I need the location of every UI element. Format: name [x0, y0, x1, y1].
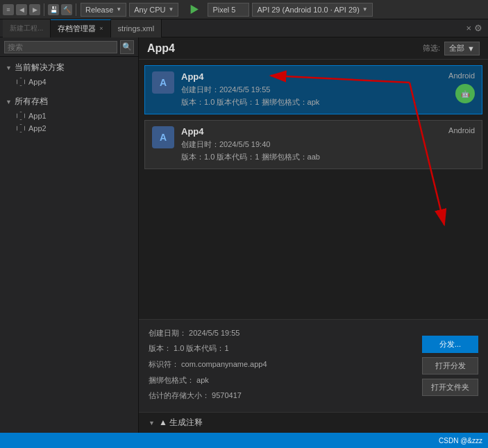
detail-actions: 分发... 打开分发 打开文件夹 — [422, 327, 478, 405]
all-archives-arrow-icon: ▼ — [6, 98, 12, 105]
sidebar-app1-label: App1 — [28, 112, 47, 120]
current-solution-section: ▼ 当前解决方案 App4 — [0, 57, 138, 91]
sidebar-app2-label: App2 — [28, 124, 47, 132]
api-label: API 29 (Android 10.0 · API 29) — [257, 6, 359, 14]
archive-1-info: App4 创建日时：2024/5/5 19:55 版本：1.0 版本代码：1 捆… — [181, 71, 441, 108]
app4-hex-icon — [17, 78, 25, 86]
cpu-dropdown[interactable]: Any CPU ▼ — [129, 3, 178, 17]
header-right: 筛选: 全部 ▼ — [423, 42, 480, 55]
search-button[interactable]: 🔍 — [120, 40, 134, 54]
detail-version-row: 版本： 1.0 版本代码：1 — [149, 342, 414, 355]
detail-date-value: 2024/5/5 19:55 — [189, 329, 239, 337]
save-icon[interactable]: 💾 — [48, 4, 59, 15]
detail-date-label: 创建日期： — [149, 329, 187, 337]
all-archives-header[interactable]: ▼ 所有存档 — [0, 94, 138, 110]
detail-size-label: 估计的存储大小： — [149, 391, 210, 399]
separator-2 — [76, 3, 76, 16]
generate-section[interactable]: ▼ ▲ 生成注释 — [139, 412, 488, 433]
api-arrow-icon: ▼ — [362, 6, 368, 12]
detail-version-label: 版本： — [149, 344, 171, 352]
menu-icon[interactable]: ≡ — [3, 4, 14, 15]
tab-strings[interactable]: strings.xml — [111, 19, 162, 37]
archive-1-version: 版本：1.0 版本代码：1 捆绑包格式：apk — [181, 96, 441, 109]
current-solution-header[interactable]: ▼ 当前解决方案 — [0, 60, 138, 76]
all-archives-label: 所有存档 — [15, 96, 48, 107]
filter-label: 筛选: — [423, 43, 440, 53]
device-dropdown[interactable]: Pixel 5 — [208, 3, 249, 17]
api-dropdown[interactable]: API 29 (Android 10.0 · API 29) ▼ — [252, 3, 372, 17]
release-label: Release — [85, 6, 113, 14]
sidebar-item-app4[interactable]: App4 — [0, 76, 138, 88]
open-folder-button[interactable]: 打开文件夹 — [422, 379, 478, 396]
archive-2-platform: Android — [448, 126, 475, 135]
current-solution-label: 当前解决方案 — [15, 62, 65, 74]
detail-bundle-row: 捆绑包格式： apk — [149, 374, 414, 387]
detail-identifier-label: 标识符： — [149, 360, 179, 368]
sidebar-app4-label: App4 — [28, 78, 47, 86]
generate-arrow-icon: ▼ — [149, 420, 155, 427]
page-title: App4 — [147, 42, 175, 55]
search-bar: 🔍 — [0, 37, 138, 57]
main-layout: 🔍 ▼ 当前解决方案 App4 ▼ 所有存档 App1 — [0, 37, 488, 433]
close-panel-icon[interactable]: × — [466, 23, 471, 33]
archive-2-name: App4 — [181, 126, 441, 137]
filter-option-label: 全部 — [449, 43, 464, 53]
detail-bundle-label: 捆绑包格式： — [149, 376, 194, 384]
sidebar-item-app1[interactable]: App1 — [0, 110, 138, 122]
archive-2-date: 创建日时：2024/5/5 19:40 — [181, 139, 441, 151]
archive-item-2[interactable]: A App4 创建日时：2024/5/5 19:40 版本：1.0 版本代码：1… — [144, 120, 482, 169]
play-button[interactable] — [188, 4, 199, 15]
detail-bundle-value: apk — [196, 376, 209, 384]
detail-identifier-value: com.companyname.app4 — [181, 360, 267, 368]
archive-1-name: App4 — [181, 71, 441, 82]
archive-1-icon: A — [152, 71, 174, 94]
tab-new[interactable]: 新建工程... — [3, 19, 51, 37]
forward-icon[interactable]: ▶ — [29, 4, 40, 15]
archive-item-1[interactable]: A App4 创建日时：2024/5/5 19:55 版本：1.0 版本代码：1… — [144, 65, 482, 114]
app2-hex-icon — [17, 124, 25, 132]
tab-archive-label: 存档管理器 — [58, 24, 96, 34]
search-input[interactable] — [4, 41, 117, 53]
detail-version-value: 1.0 版本代码：1 — [174, 344, 228, 352]
generate-label: ▲ 生成注释 — [159, 417, 203, 429]
archive-list: A App4 创建日时：2024/5/5 19:55 版本：1.0 版本代码：1… — [139, 60, 488, 319]
statusbar: CSDN @&zzz — [0, 433, 488, 448]
current-solution-arrow-icon: ▼ — [6, 64, 12, 71]
detail-panel: 创建日期： 2024/5/5 19:55 版本： 1.0 版本代码：1 标识符：… — [139, 319, 488, 412]
detail-identifier-row: 标识符： com.companyname.app4 — [149, 358, 414, 371]
archive-1-platform: Android — [448, 71, 475, 80]
archive-1-date: 创建日时：2024/5/5 19:55 — [181, 84, 441, 96]
archive-2-version: 版本：1.0 版本代码：1 捆绑包格式：aab — [181, 151, 441, 164]
settings-icon[interactable]: ⚙ — [474, 23, 482, 33]
release-arrow-icon: ▼ — [116, 6, 121, 12]
sidebar: 🔍 ▼ 当前解决方案 App4 ▼ 所有存档 App1 — [0, 37, 139, 433]
filter-dropdown[interactable]: 全部 ▼ — [444, 42, 480, 55]
detail-info: 创建日期： 2024/5/5 19:55 版本： 1.0 版本代码：1 标识符：… — [149, 327, 414, 405]
all-archives-section: ▼ 所有存档 App1 App2 — [0, 91, 138, 137]
detail-date-row: 创建日期： 2024/5/5 19:55 — [149, 327, 414, 340]
archive-2-info: App4 创建日时：2024/5/5 19:40 版本：1.0 版本代码：1 捆… — [181, 126, 441, 163]
back-icon[interactable]: ◀ — [16, 4, 27, 15]
toolbar: ≡ ◀ ▶ 💾 🔨 Release ▼ Any CPU ▼ Pixel 5 AP… — [0, 0, 488, 19]
app1-hex-icon — [17, 112, 25, 120]
filter-arrow-icon: ▼ — [467, 44, 475, 53]
detail-size-value: 9570417 — [212, 391, 242, 399]
release-dropdown[interactable]: Release ▼ — [81, 3, 126, 17]
cpu-arrow-icon: ▼ — [169, 6, 174, 12]
separator-1 — [44, 3, 44, 16]
cpu-label: Any CPU — [134, 6, 165, 14]
detail-size-row: 估计的存储大小： 9570417 — [149, 389, 414, 402]
toolbar-icons: ≡ ◀ ▶ 💾 🔨 — [3, 3, 78, 16]
archive-1-android-icon: 🤖 — [455, 84, 475, 103]
build-icon[interactable]: 🔨 — [61, 4, 72, 15]
tab-right-icons: × ⚙ — [466, 23, 488, 33]
sidebar-item-app2[interactable]: App2 — [0, 122, 138, 135]
device-label: Pixel 5 — [212, 6, 235, 14]
open-distribute-button[interactable]: 打开分发 — [422, 357, 478, 374]
content-area: App4 筛选: 全部 ▼ A App4 创建日时：2024/5/5 19:55… — [139, 37, 488, 433]
tab-archive-close-icon[interactable]: × — [99, 25, 103, 32]
tab-strings-label: strings.xml — [118, 24, 155, 33]
distribute-button[interactable]: 分发... — [422, 336, 478, 353]
statusbar-text: CSDN @&zzz — [439, 437, 482, 445]
tab-archive[interactable]: 存档管理器 × — [51, 19, 110, 37]
